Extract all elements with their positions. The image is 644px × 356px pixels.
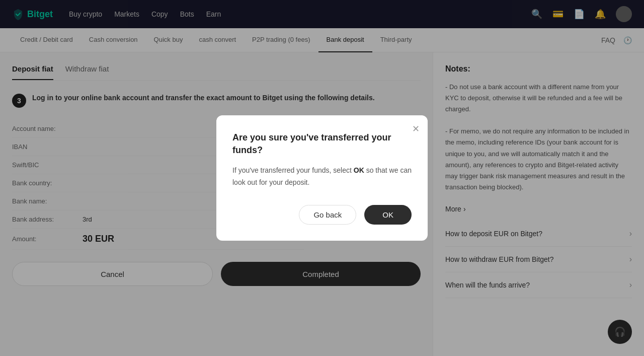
modal-body-bold: OK	[354, 166, 364, 174]
modal-title: Are you sure you've transferred your fun…	[232, 131, 412, 157]
modal-ok-button[interactable]: OK	[364, 205, 412, 225]
modal-close-button[interactable]: ✕	[412, 123, 420, 134]
modal-body-prefix: If you've transferred your funds, select	[232, 166, 354, 174]
modal-body: If you've transferred your funds, select…	[232, 165, 412, 189]
modal-actions: Go back OK	[232, 205, 412, 225]
modal-go-back-button[interactable]: Go back	[299, 205, 356, 225]
modal-overlay: ✕ Are you sure you've transferred your f…	[0, 0, 644, 356]
modal: ✕ Are you sure you've transferred your f…	[216, 115, 428, 241]
